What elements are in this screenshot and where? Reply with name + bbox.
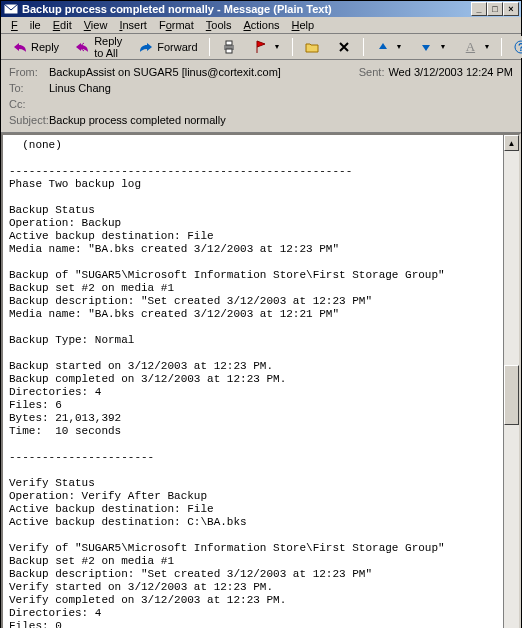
chevron-down-icon: ▼ <box>396 43 403 50</box>
move-folder-button[interactable] <box>297 36 327 58</box>
scroll-up-button[interactable]: ▲ <box>504 135 519 151</box>
forward-icon <box>138 39 154 55</box>
svg-text:?: ? <box>518 42 522 53</box>
menu-edit[interactable]: Edit <box>47 17 78 33</box>
separator <box>363 38 364 56</box>
forward-button[interactable]: Forward <box>131 36 204 58</box>
vertical-scrollbar[interactable]: ▲ ▼ <box>503 135 519 628</box>
menu-view[interactable]: View <box>78 17 114 33</box>
from-label: From: <box>9 66 49 78</box>
maximize-button[interactable]: □ <box>487 2 503 16</box>
titlebar: Backup process completed normally - Mess… <box>1 1 521 17</box>
print-icon <box>221 39 237 55</box>
folder-icon <box>304 39 320 55</box>
scroll-track[interactable] <box>504 151 519 628</box>
reply-all-label: Reply to All <box>94 35 122 59</box>
to-value: Linus Chang <box>49 82 513 94</box>
cc-label: Cc: <box>9 98 49 110</box>
scroll-thumb[interactable] <box>504 365 519 425</box>
reply-icon <box>12 39 28 55</box>
sent-value: Wed 3/12/2003 12:24 PM <box>388 66 513 78</box>
toolbar: Reply Reply to All Forward ▼ <box>1 34 521 60</box>
menubar: File Edit View Insert Format Tools Actio… <box>1 17 521 34</box>
message-body-area: (none) ---------------------------------… <box>1 133 521 628</box>
up-arrow-icon <box>375 39 391 55</box>
flag-icon <box>253 39 269 55</box>
reply-button[interactable]: Reply <box>5 36 66 58</box>
reply-all-button[interactable]: Reply to All <box>68 36 129 58</box>
separator <box>209 38 210 56</box>
chevron-down-icon: ▼ <box>439 43 446 50</box>
menu-insert[interactable]: Insert <box>113 17 153 33</box>
minimize-button[interactable]: _ <box>471 2 487 16</box>
previous-button[interactable]: ▼ <box>368 36 410 58</box>
from-value: BackupAssist on SUGAR5 [linus@cortexit.c… <box>49 66 359 78</box>
flag-button[interactable]: ▼ <box>246 36 288 58</box>
message-window: Backup process completed normally - Mess… <box>0 0 522 628</box>
menu-format[interactable]: Format <box>153 17 200 33</box>
mail-icon <box>3 1 19 17</box>
delete-icon <box>336 39 352 55</box>
help-button[interactable]: ? <box>506 36 522 58</box>
separator <box>292 38 293 56</box>
message-body[interactable]: (none) ---------------------------------… <box>3 135 503 628</box>
next-button[interactable]: ▼ <box>411 36 453 58</box>
help-icon: ? <box>513 39 522 55</box>
print-button[interactable] <box>214 36 244 58</box>
down-arrow-icon <box>418 39 434 55</box>
reply-all-icon <box>75 39 91 55</box>
to-label: To: <box>9 82 49 94</box>
font-button[interactable]: A ▼ <box>455 36 497 58</box>
sent-label: Sent: <box>359 66 385 78</box>
separator <box>501 38 502 56</box>
window-title: Backup process completed normally - Mess… <box>22 3 471 15</box>
menu-actions[interactable]: Actions <box>237 17 285 33</box>
reply-label: Reply <box>31 41 59 53</box>
menu-tools[interactable]: Tools <box>200 17 238 33</box>
forward-label: Forward <box>157 41 197 53</box>
chevron-down-icon: ▼ <box>483 43 490 50</box>
svg-rect-2 <box>226 41 232 45</box>
subject-label: Subject: <box>9 114 49 126</box>
subject-value: Backup process completed normally <box>49 114 513 126</box>
close-button[interactable]: × <box>503 2 519 16</box>
chevron-down-icon: ▼ <box>274 43 281 50</box>
menu-file[interactable]: File <box>5 17 47 33</box>
message-headers: From: BackupAssist on SUGAR5 [linus@cort… <box>1 60 521 133</box>
delete-button[interactable] <box>329 36 359 58</box>
font-icon: A <box>462 39 478 55</box>
menu-help[interactable]: Help <box>286 17 321 33</box>
svg-rect-3 <box>226 49 232 53</box>
